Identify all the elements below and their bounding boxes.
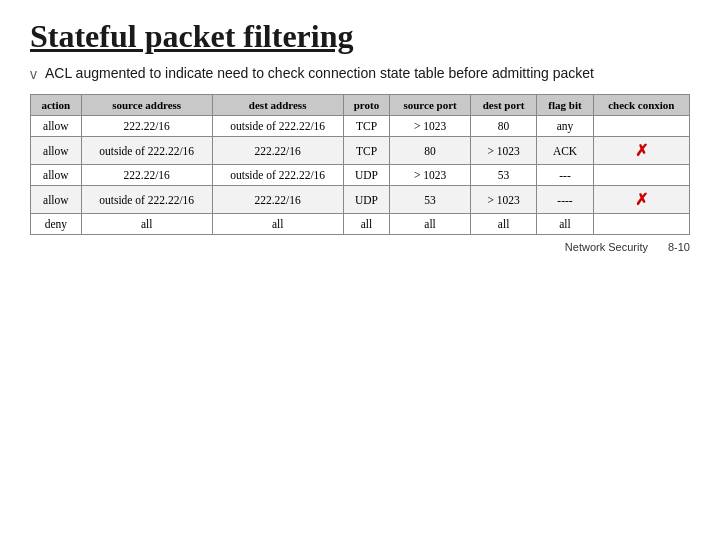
cell-source_address: all	[81, 214, 212, 235]
subtitle: v ACL augmented to indicate need to chec…	[30, 65, 690, 82]
cell-flag_bit: ACK	[537, 137, 593, 165]
cell-dest_port: all	[470, 214, 537, 235]
cell-action: allow	[31, 137, 82, 165]
cell-dest_address: 222.22/16	[212, 137, 343, 165]
cell-flag_bit: any	[537, 116, 593, 137]
table-row: allow222.22/16outside of 222.22/16TCP> 1…	[31, 116, 690, 137]
cell-action: allow	[31, 116, 82, 137]
col-dest-address: dest address	[212, 95, 343, 116]
table-row: denyallallallallallall	[31, 214, 690, 235]
cell-source_port: 80	[390, 137, 470, 165]
cell-dest_port: 80	[470, 116, 537, 137]
cell-proto: TCP	[343, 137, 390, 165]
cell-proto: UDP	[343, 186, 390, 214]
cell-check_conxion: ✗	[593, 137, 689, 165]
cell-dest_port: > 1023	[470, 186, 537, 214]
x-mark-icon: ✗	[635, 142, 648, 159]
cell-action: allow	[31, 165, 82, 186]
col-proto: proto	[343, 95, 390, 116]
x-mark-icon: ✗	[635, 191, 648, 208]
col-source-port: source port	[390, 95, 470, 116]
cell-source_port: all	[390, 214, 470, 235]
cell-source_address: 222.22/16	[81, 165, 212, 186]
cell-flag_bit: all	[537, 214, 593, 235]
cell-action: deny	[31, 214, 82, 235]
table-header-row: action source address dest address proto…	[31, 95, 690, 116]
cell-action: allow	[31, 186, 82, 214]
cell-dest_address: all	[212, 214, 343, 235]
cell-check_conxion	[593, 214, 689, 235]
col-source-address: source address	[81, 95, 212, 116]
cell-proto: TCP	[343, 116, 390, 137]
cell-dest_address: outside of 222.22/16	[212, 116, 343, 137]
subtitle-text: ACL augmented to indicate need to check …	[45, 65, 594, 81]
bullet-icon: v	[30, 66, 37, 82]
footer: Network Security 8-10	[30, 241, 690, 253]
cell-source_port: 53	[390, 186, 470, 214]
cell-dest_address: outside of 222.22/16	[212, 165, 343, 186]
table-row: allowoutside of 222.22/16222.22/16UDP53>…	[31, 186, 690, 214]
col-check-conxion: check conxion	[593, 95, 689, 116]
footer-page: 8-10	[668, 241, 690, 253]
cell-flag_bit: ---	[537, 165, 593, 186]
cell-source_address: outside of 222.22/16	[81, 137, 212, 165]
col-dest-port: dest port	[470, 95, 537, 116]
cell-source_address: 222.22/16	[81, 116, 212, 137]
cell-dest_address: 222.22/16	[212, 186, 343, 214]
table-row: allow222.22/16outside of 222.22/16UDP> 1…	[31, 165, 690, 186]
cell-check_conxion	[593, 116, 689, 137]
col-action: action	[31, 95, 82, 116]
cell-proto: all	[343, 214, 390, 235]
col-flag-bit: flag bit	[537, 95, 593, 116]
cell-flag_bit: ----	[537, 186, 593, 214]
cell-source_address: outside of 222.22/16	[81, 186, 212, 214]
page-title: Stateful packet filtering	[30, 18, 690, 55]
cell-source_port: > 1023	[390, 116, 470, 137]
footer-label: Network Security	[565, 241, 648, 253]
cell-check_conxion	[593, 165, 689, 186]
cell-dest_port: 53	[470, 165, 537, 186]
cell-proto: UDP	[343, 165, 390, 186]
packet-filter-table: action source address dest address proto…	[30, 94, 690, 235]
table-row: allowoutside of 222.22/16222.22/16TCP80>…	[31, 137, 690, 165]
cell-check_conxion: ✗	[593, 186, 689, 214]
cell-dest_port: > 1023	[470, 137, 537, 165]
cell-source_port: > 1023	[390, 165, 470, 186]
